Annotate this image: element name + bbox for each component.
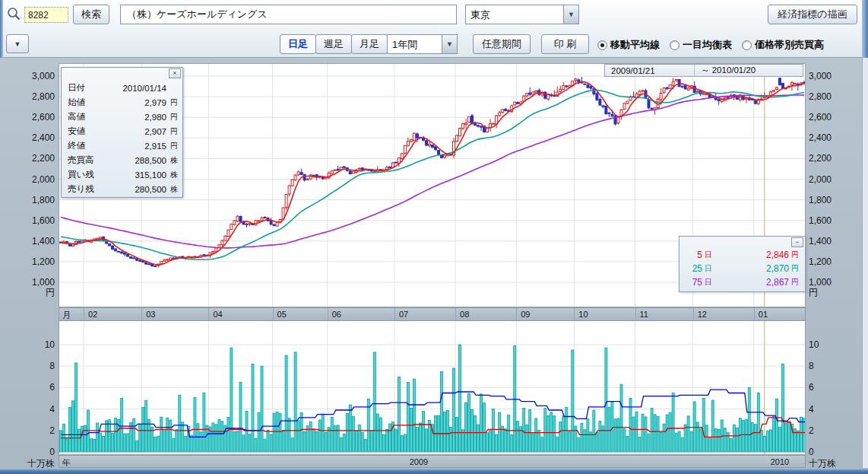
quote-info-label: 始値 — [68, 97, 103, 108]
market-select[interactable]: 東京 ▼ — [465, 5, 579, 24]
market-select-value: 東京 — [466, 5, 563, 24]
radio-ichimoku[interactable]: 一目均衡表 — [670, 38, 732, 52]
month-label: 09 — [521, 310, 530, 319]
volume-axis-unit-left: 十万株 — [11, 457, 55, 470]
minimize-icon[interactable]: − — [791, 237, 803, 247]
month-tick — [84, 308, 84, 320]
quote-info-row: 始値2,979円 — [68, 95, 178, 110]
price-axis-tick-left: 2,800 — [20, 91, 55, 102]
quote-info-row: 終値2,915円 — [68, 138, 178, 153]
radio-off-icon — [742, 40, 752, 50]
print-button[interactable]: 印 刷 — [541, 34, 589, 54]
date-range-to: ～ 2010/01/20 — [695, 65, 803, 76]
stock-code-input[interactable] — [24, 7, 68, 23]
quote-info-value: 2,915 — [103, 142, 166, 151]
month-label: 08 — [460, 310, 469, 319]
ma-legend-cell: 円 — [791, 263, 799, 274]
ma-legend-cell: 円 — [791, 277, 799, 288]
tab-daily[interactable]: 日足 — [280, 34, 316, 54]
month-tick — [455, 308, 456, 320]
chevron-down-icon[interactable]: ▼ — [442, 35, 457, 53]
ma-legend-cell: 日 — [705, 263, 712, 274]
ma-legend-row: 25日2,870円 — [687, 262, 799, 275]
quote-info-row: 買い残315,100株 — [68, 167, 178, 182]
window-edge-left — [0, 0, 3, 58]
quote-info-label: 売買高 — [68, 154, 103, 166]
month-axis-label: 月 — [62, 310, 71, 321]
ma-legend-cell: 日 — [705, 277, 712, 288]
price-axis-tick-right: 1,200 — [809, 256, 832, 267]
search-button[interactable]: 検索 — [73, 5, 109, 24]
price-axis-tick-left: 2,400 — [20, 132, 55, 143]
radio-moving-average[interactable]: 移動平均線 — [597, 38, 660, 52]
price-axis-tick-right: 1,400 — [809, 236, 832, 247]
ma-legend-row: 75日2,867円 — [687, 275, 799, 289]
economic-indicator-button[interactable]: 経済指標の描画 — [768, 5, 857, 24]
right-gutter[interactable] — [862, 58, 868, 468]
quote-info-label: 安値 — [68, 126, 103, 137]
volume-axis-tick-right: 4 — [809, 404, 814, 415]
quote-info-value: 2,979 — [103, 98, 166, 107]
quote-info-unit: 円 — [166, 126, 178, 137]
period-select[interactable]: 1年間 ▼ — [387, 34, 458, 54]
month-label: 12 — [698, 310, 707, 319]
month-tick — [754, 308, 755, 320]
volume-axis-tick-left: 0 — [20, 447, 55, 457]
price-axis-tick-right: 3,000 — [809, 71, 832, 81]
date-range-box: 2009/01/21 ～ 2010/01/20 — [604, 64, 803, 77]
company-name-field[interactable] — [120, 5, 457, 24]
price-axis-tick-left: 1,200 — [20, 256, 55, 267]
month-label: 11 — [640, 310, 648, 319]
month-label: 10 — [578, 310, 588, 319]
month-tick — [208, 308, 209, 320]
price-axis-tick-right: 1,800 — [809, 195, 832, 205]
quote-info-unit: 株 — [166, 170, 178, 180]
toolbar-dropdown-button[interactable]: ▼ — [6, 34, 29, 53]
price-axis-tick-left: 1,600 — [20, 215, 55, 226]
ma-legend-row: 5日2,846円 — [687, 248, 799, 262]
volume-axis-unit-right: 十万株 — [809, 457, 836, 470]
volume-axis-tick-right: 10 — [809, 339, 819, 350]
quote-info-rows: 日付2010/01/14始値2,979円高値2,980円安値2,907円終値2,… — [62, 79, 182, 196]
quote-info-value: 288,500 — [103, 156, 166, 165]
tab-monthly[interactable]: 月足 — [351, 34, 388, 54]
volume-axis-tick-right: 8 — [809, 361, 814, 371]
window-edge-bottom — [0, 468, 868, 474]
ma-legend-cell: 2,846 — [712, 250, 789, 260]
volume-chart-canvas[interactable] — [59, 321, 805, 454]
quote-info-label: 買い残 — [68, 169, 103, 180]
radio-off-icon — [670, 40, 680, 50]
month-tick — [328, 308, 328, 320]
volume-axis-tick-left: 2 — [20, 425, 55, 436]
ma-legend-cell: 2,870 — [712, 263, 789, 274]
volume-chart[interactable] — [59, 320, 806, 455]
window-edge-right — [862, 0, 868, 58]
period-select-value: 1年間 — [388, 35, 442, 53]
chevron-down-icon[interactable]: ▼ — [563, 5, 578, 24]
year-label: 2010 — [757, 457, 803, 466]
month-tick — [693, 308, 694, 320]
quote-info-unit: 株 — [166, 155, 178, 166]
price-axis-tick-left: 1,800 — [20, 195, 55, 205]
quote-info-unit: 円 — [166, 141, 178, 151]
price-axis-tick-left: 1,400 — [20, 236, 55, 247]
radio-volume-by-price[interactable]: 価格帯別売買高 — [742, 38, 824, 52]
month-label: 06 — [332, 310, 341, 319]
price-axis-tick-left: 2,000 — [20, 174, 55, 185]
volume-axis-tick-right: 0 — [809, 447, 814, 457]
price-axis-unit-right: 円 — [809, 286, 818, 299]
quote-info-label: 日付 — [68, 82, 103, 94]
custom-period-button[interactable]: 任意期間 — [473, 34, 531, 54]
quote-info-box: × 日付2010/01/14始値2,979円高値2,980円安値2,907円終値… — [61, 67, 183, 198]
price-axis-unit-left: 円 — [20, 286, 55, 299]
radio-on-icon — [597, 40, 607, 50]
month-label: 03 — [146, 310, 155, 319]
close-icon[interactable]: × — [169, 68, 181, 78]
volume-axis-tick-right: 6 — [809, 382, 814, 393]
tab-weekly[interactable]: 週足 — [315, 34, 352, 54]
price-axis-tick-right: 2,800 — [809, 91, 832, 102]
volume-axis-tick-left: 4 — [20, 404, 55, 415]
year-axis-label: 年 — [62, 457, 71, 469]
price-axis-tick-right: 1,600 — [809, 215, 832, 226]
month-tick — [141, 308, 142, 320]
